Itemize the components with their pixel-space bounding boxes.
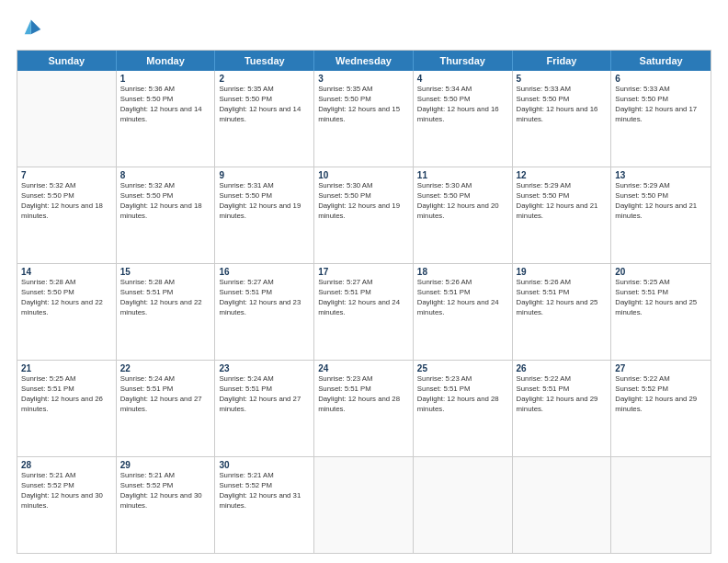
cell-details: Sunrise: 5:27 AMSunset: 5:51 PMDaylight:…: [219, 278, 310, 318]
weekday-header: Sunday: [17, 51, 117, 71]
day-number: 11: [417, 170, 508, 180]
cell-details: Sunrise: 5:36 AMSunset: 5:50 PMDaylight:…: [120, 85, 211, 125]
calendar-cell: 28Sunrise: 5:21 AMSunset: 5:52 PMDayligh…: [17, 457, 117, 553]
cell-details: Sunrise: 5:26 AMSunset: 5:51 PMDaylight:…: [417, 278, 508, 318]
day-number: 21: [21, 363, 112, 373]
calendar-cell: [314, 457, 414, 553]
weekday-header: Tuesday: [215, 51, 314, 71]
calendar-cell: 6Sunrise: 5:33 AMSunset: 5:50 PMDaylight…: [611, 71, 711, 167]
calendar-cell: 5Sunrise: 5:33 AMSunset: 5:50 PMDaylight…: [513, 71, 612, 167]
calendar-cell: 10Sunrise: 5:30 AMSunset: 5:50 PMDayligh…: [314, 167, 414, 263]
calendar-cell: 20Sunrise: 5:25 AMSunset: 5:51 PMDayligh…: [611, 264, 711, 360]
logo: [17, 17, 46, 42]
day-number: 6: [615, 74, 707, 84]
calendar-cell: 11Sunrise: 5:30 AMSunset: 5:50 PMDayligh…: [414, 167, 513, 263]
day-number: 26: [517, 363, 608, 373]
day-number: 15: [120, 267, 211, 277]
calendar-row: 1Sunrise: 5:36 AMSunset: 5:50 PMDaylight…: [17, 71, 711, 167]
header: [17, 17, 711, 42]
day-number: 5: [517, 74, 608, 84]
day-number: 30: [219, 460, 310, 470]
svg-marker-0: [31, 20, 41, 35]
calendar-cell: 26Sunrise: 5:22 AMSunset: 5:51 PMDayligh…: [513, 361, 612, 456]
day-number: 24: [318, 363, 409, 373]
cell-details: Sunrise: 5:30 AMSunset: 5:50 PMDaylight:…: [417, 181, 508, 222]
calendar-cell: 18Sunrise: 5:26 AMSunset: 5:51 PMDayligh…: [414, 264, 513, 360]
cell-details: Sunrise: 5:33 AMSunset: 5:50 PMDaylight:…: [615, 85, 707, 125]
day-number: 9: [219, 170, 310, 180]
calendar-cell: 14Sunrise: 5:28 AMSunset: 5:50 PMDayligh…: [17, 264, 117, 360]
day-number: 20: [615, 267, 707, 277]
cell-details: Sunrise: 5:35 AMSunset: 5:50 PMDaylight:…: [219, 85, 310, 125]
calendar-cell: 22Sunrise: 5:24 AMSunset: 5:51 PMDayligh…: [117, 361, 216, 456]
calendar-cell: 27Sunrise: 5:22 AMSunset: 5:52 PMDayligh…: [611, 361, 711, 456]
cell-details: Sunrise: 5:30 AMSunset: 5:50 PMDaylight:…: [318, 181, 409, 222]
day-number: 28: [21, 460, 112, 470]
calendar-cell: [513, 457, 612, 553]
calendar-cell: 1Sunrise: 5:36 AMSunset: 5:50 PMDaylight…: [117, 71, 216, 167]
cell-details: Sunrise: 5:24 AMSunset: 5:51 PMDaylight:…: [120, 374, 211, 415]
day-number: 4: [417, 74, 508, 84]
cell-details: Sunrise: 5:26 AMSunset: 5:51 PMDaylight:…: [517, 278, 608, 318]
cell-details: Sunrise: 5:29 AMSunset: 5:50 PMDaylight:…: [615, 181, 707, 222]
cell-details: Sunrise: 5:23 AMSunset: 5:51 PMDaylight:…: [318, 374, 409, 415]
cell-details: Sunrise: 5:25 AMSunset: 5:51 PMDaylight:…: [615, 278, 707, 318]
cell-details: Sunrise: 5:32 AMSunset: 5:50 PMDaylight:…: [120, 181, 211, 222]
cell-details: Sunrise: 5:31 AMSunset: 5:50 PMDaylight:…: [219, 181, 310, 222]
day-number: 18: [417, 267, 508, 277]
calendar-row: 28Sunrise: 5:21 AMSunset: 5:52 PMDayligh…: [17, 456, 711, 553]
calendar-header: SundayMondayTuesdayWednesdayThursdayFrid…: [17, 51, 711, 71]
calendar-cell: 3Sunrise: 5:35 AMSunset: 5:50 PMDaylight…: [314, 71, 414, 167]
cell-details: Sunrise: 5:32 AMSunset: 5:50 PMDaylight:…: [21, 181, 112, 222]
calendar-row: 21Sunrise: 5:25 AMSunset: 5:51 PMDayligh…: [17, 360, 711, 456]
cell-details: Sunrise: 5:24 AMSunset: 5:51 PMDaylight:…: [219, 374, 310, 415]
cell-details: Sunrise: 5:22 AMSunset: 5:52 PMDaylight:…: [615, 374, 707, 415]
calendar-cell: 4Sunrise: 5:34 AMSunset: 5:50 PMDaylight…: [414, 71, 513, 167]
cell-details: Sunrise: 5:34 AMSunset: 5:50 PMDaylight:…: [417, 85, 508, 125]
day-number: 16: [219, 267, 310, 277]
day-number: 27: [615, 363, 707, 373]
calendar-cell: 8Sunrise: 5:32 AMSunset: 5:50 PMDaylight…: [117, 167, 216, 263]
calendar-cell: [414, 457, 513, 553]
calendar-cell: 17Sunrise: 5:27 AMSunset: 5:51 PMDayligh…: [314, 264, 414, 360]
calendar-cell: 23Sunrise: 5:24 AMSunset: 5:51 PMDayligh…: [215, 361, 314, 456]
svg-marker-1: [25, 20, 31, 35]
cell-details: Sunrise: 5:21 AMSunset: 5:52 PMDaylight:…: [120, 471, 211, 511]
calendar-row: 7Sunrise: 5:32 AMSunset: 5:50 PMDaylight…: [17, 167, 711, 263]
calendar-cell: 15Sunrise: 5:28 AMSunset: 5:51 PMDayligh…: [117, 264, 216, 360]
day-number: 29: [120, 460, 211, 470]
calendar-cell: 19Sunrise: 5:26 AMSunset: 5:51 PMDayligh…: [513, 264, 612, 360]
calendar-cell: 21Sunrise: 5:25 AMSunset: 5:51 PMDayligh…: [17, 361, 117, 456]
logo-icon: [17, 17, 42, 42]
cell-details: Sunrise: 5:35 AMSunset: 5:50 PMDaylight:…: [318, 85, 409, 125]
weekday-header: Friday: [513, 51, 612, 71]
day-number: 17: [318, 267, 409, 277]
calendar-cell: [611, 457, 711, 553]
calendar-body: 1Sunrise: 5:36 AMSunset: 5:50 PMDaylight…: [17, 71, 711, 553]
cell-details: Sunrise: 5:21 AMSunset: 5:52 PMDaylight:…: [219, 471, 310, 511]
weekday-header: Wednesday: [314, 51, 414, 71]
calendar-cell: 9Sunrise: 5:31 AMSunset: 5:50 PMDaylight…: [215, 167, 314, 263]
day-number: 7: [21, 170, 112, 180]
calendar-cell: 12Sunrise: 5:29 AMSunset: 5:50 PMDayligh…: [513, 167, 612, 263]
cell-details: Sunrise: 5:22 AMSunset: 5:51 PMDaylight:…: [517, 374, 608, 415]
calendar: SundayMondayTuesdayWednesdayThursdayFrid…: [17, 50, 711, 554]
day-number: 10: [318, 170, 409, 180]
day-number: 3: [318, 74, 409, 84]
day-number: 22: [120, 363, 211, 373]
day-number: 12: [517, 170, 608, 180]
calendar-cell: [17, 71, 117, 167]
cell-details: Sunrise: 5:23 AMSunset: 5:51 PMDaylight:…: [417, 374, 508, 415]
calendar-row: 14Sunrise: 5:28 AMSunset: 5:50 PMDayligh…: [17, 263, 711, 360]
cell-details: Sunrise: 5:33 AMSunset: 5:50 PMDaylight:…: [517, 85, 608, 125]
calendar-cell: 30Sunrise: 5:21 AMSunset: 5:52 PMDayligh…: [215, 457, 314, 553]
page: SundayMondayTuesdayWednesdayThursdayFrid…: [0, 0, 728, 563]
day-number: 13: [615, 170, 707, 180]
cell-details: Sunrise: 5:21 AMSunset: 5:52 PMDaylight:…: [21, 471, 112, 511]
calendar-cell: 2Sunrise: 5:35 AMSunset: 5:50 PMDaylight…: [215, 71, 314, 167]
cell-details: Sunrise: 5:25 AMSunset: 5:51 PMDaylight:…: [21, 374, 112, 415]
cell-details: Sunrise: 5:28 AMSunset: 5:50 PMDaylight:…: [21, 278, 112, 318]
calendar-cell: 24Sunrise: 5:23 AMSunset: 5:51 PMDayligh…: [314, 361, 414, 456]
cell-details: Sunrise: 5:29 AMSunset: 5:50 PMDaylight:…: [517, 181, 608, 222]
day-number: 19: [517, 267, 608, 277]
